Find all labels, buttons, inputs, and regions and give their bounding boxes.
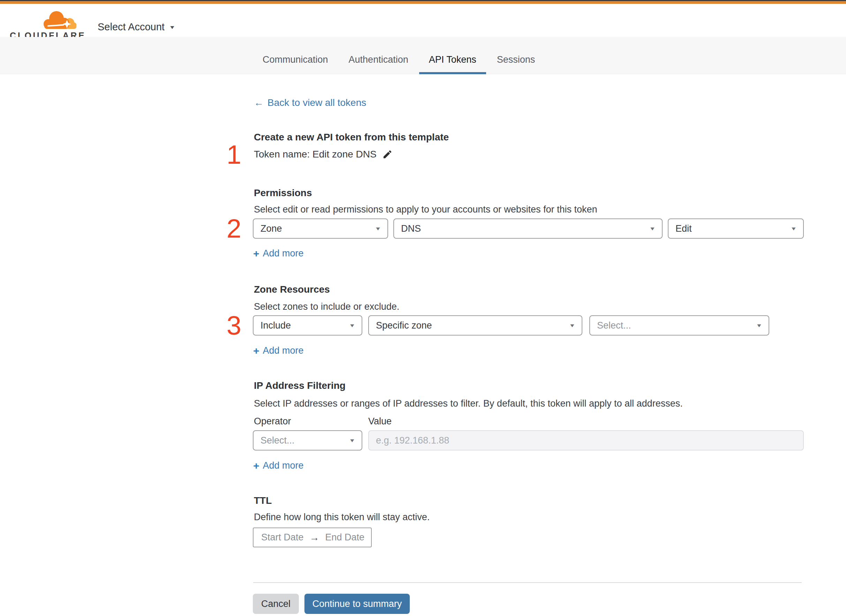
back-arrow-icon: ← — [254, 97, 263, 109]
tab-api-tokens[interactable]: API Tokens — [419, 37, 486, 74]
account-selector-label: Select Account — [98, 21, 165, 33]
zone-type-dropdown[interactable]: Specific zone ▼ — [368, 315, 583, 336]
api-token-template-page: CLOUDFLARE Select Account ▼ Communicatio… — [0, 0, 846, 616]
chevron-down-icon: ▼ — [375, 226, 381, 231]
plus-icon: + — [253, 461, 259, 471]
token-name-line: Token name: Edit zone DNS — [254, 149, 393, 160]
top-brand-orange-strip — [0, 1, 846, 4]
operator-label: Operator — [254, 416, 291, 427]
step-number-2: 2 — [220, 215, 241, 242]
chevron-down-icon: ▼ — [756, 323, 763, 328]
template-section-title: Create a new API token from this templat… — [254, 132, 449, 143]
step-number-3: 3 — [220, 312, 241, 339]
ip-operator-dropdown[interactable]: Select... ▼ — [253, 430, 362, 450]
ip-value-input[interactable] — [368, 430, 804, 450]
permissions-add-more-link[interactable]: + Add more — [253, 248, 304, 259]
footer-divider — [253, 582, 802, 583]
chevron-down-icon: ▼ — [649, 226, 656, 231]
tab-bar: Communication Authentication API Tokens … — [0, 37, 846, 74]
zone-include-dropdown[interactable]: Include ▼ — [253, 315, 362, 336]
ttl-title: TTL — [254, 495, 272, 506]
permission-scope-dropdown[interactable]: Zone ▼ — [253, 219, 388, 239]
permissions-title: Permissions — [254, 188, 312, 199]
token-name-text: Token name: Edit zone DNS — [254, 149, 377, 160]
cloudflare-cloud-icon — [10, 11, 77, 29]
start-date-placeholder: Start Date — [261, 532, 304, 543]
continue-to-summary-button[interactable]: Continue to summary — [305, 594, 410, 614]
plus-icon: + — [253, 346, 259, 356]
tab-authentication[interactable]: Authentication — [339, 37, 418, 74]
zone-resources-title: Zone Resources — [254, 284, 330, 295]
permission-group-dropdown[interactable]: DNS ▼ — [393, 219, 662, 239]
end-date-placeholder: End Date — [325, 532, 365, 543]
zone-resources-subtitle: Select zones to include or exclude. — [254, 301, 399, 312]
ttl-date-range-picker[interactable]: Start Date → End Date — [253, 528, 372, 547]
ip-filtering-add-more-link[interactable]: + Add more — [253, 460, 304, 471]
back-to-tokens-link[interactable]: ← Back to view all tokens — [254, 97, 366, 109]
step-number-1: 1 — [220, 141, 241, 168]
plus-icon: + — [253, 248, 259, 259]
account-selector[interactable]: Select Account ▼ — [98, 21, 175, 33]
chevron-down-icon: ▼ — [349, 438, 356, 443]
back-link-label: Back to view all tokens — [268, 97, 366, 109]
zone-resources-add-more-link[interactable]: + Add more — [253, 345, 304, 356]
chevron-down-icon: ▼ — [790, 226, 797, 231]
zone-select-dropdown[interactable]: Select... ▼ — [589, 315, 769, 336]
edit-token-name-pencil-icon[interactable] — [382, 149, 393, 160]
permissions-subtitle: Select edit or read permissions to apply… — [254, 204, 597, 215]
ip-filtering-title: IP Address Filtering — [254, 380, 346, 391]
chevron-down-icon: ▼ — [349, 323, 356, 328]
chevron-down-icon: ▼ — [569, 323, 576, 328]
chevron-down-icon: ▼ — [169, 24, 175, 30]
value-label: Value — [368, 416, 391, 427]
date-range-arrow-icon: → — [310, 532, 319, 543]
ttl-subtitle: Define how long this token will stay act… — [254, 512, 430, 523]
ip-filtering-subtitle: Select IP addresses or ranges of IP addr… — [254, 398, 683, 409]
tab-sessions[interactable]: Sessions — [487, 37, 545, 74]
permission-access-dropdown[interactable]: Edit ▼ — [668, 219, 804, 239]
tab-communication[interactable]: Communication — [253, 37, 338, 74]
cancel-button[interactable]: Cancel — [253, 594, 299, 614]
cloudflare-logo[interactable]: CLOUDFLARE — [10, 11, 77, 41]
tabs: Communication Authentication API Tokens … — [253, 37, 545, 74]
header: CLOUDFLARE Select Account ▼ — [0, 4, 846, 37]
